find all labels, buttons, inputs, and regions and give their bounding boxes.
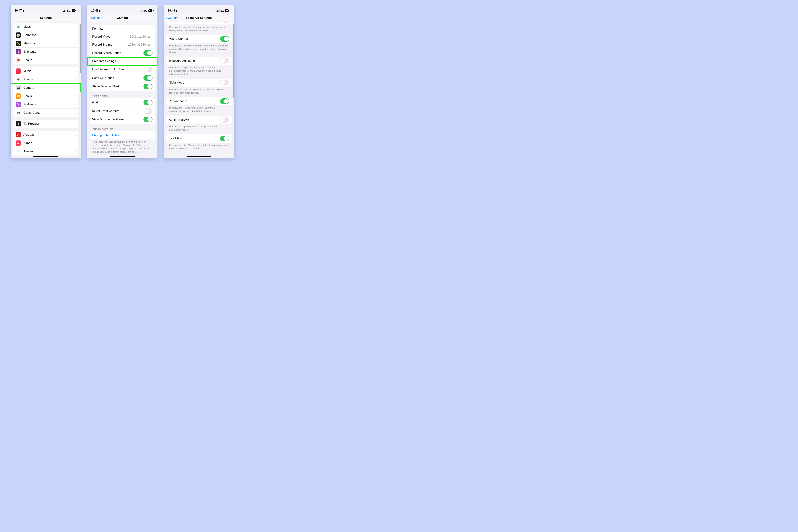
chevron-right-icon: › bbox=[75, 25, 76, 28]
row-label: Compass bbox=[23, 33, 75, 37]
chevron-right-icon: › bbox=[75, 133, 76, 136]
settings-row-game-center[interactable]: 🎮Game Center› bbox=[13, 109, 78, 117]
settings-row-photos[interactable]: ❋Photos› bbox=[13, 75, 78, 84]
row-view-outside-the-frame[interactable]: View Outside the Frame bbox=[90, 115, 155, 124]
row-scan-qr-codes[interactable]: Scan QR Codes bbox=[90, 74, 155, 82]
toggle-mirror-front-camera[interactable] bbox=[144, 108, 152, 114]
row-label: Music bbox=[23, 69, 75, 73]
row-label: Exposure Adjustment bbox=[169, 59, 220, 63]
chevron-right-icon: › bbox=[75, 122, 76, 126]
simcard-icon: ▮ bbox=[22, 9, 24, 12]
chevron-left-icon: ‹ bbox=[166, 16, 167, 20]
settings-row-tv-provider[interactable]: STV Provider› bbox=[13, 120, 78, 128]
preserve-scroll[interactable]: Preserve the last used filter, aspect ra… bbox=[164, 22, 234, 158]
clock: 10:48 bbox=[168, 9, 175, 12]
row-label: Game Center bbox=[23, 111, 75, 115]
settings-row-shortcuts[interactable]: SShortcuts› bbox=[13, 48, 78, 56]
settings-scroll[interactable]: 🗺️Maps›🧭Compass›📏Measure›SShortcuts›❤️He… bbox=[11, 22, 81, 158]
settings-row-acrobat[interactable]: AAcrobat› bbox=[13, 131, 78, 139]
settings-row-music[interactable]: 🎵Music› bbox=[13, 67, 78, 75]
signal-icon bbox=[140, 10, 143, 12]
row-preserve-settings[interactable]: Preserve Settings› bbox=[90, 57, 155, 65]
toggle-portrait-zoom[interactable] bbox=[220, 98, 229, 104]
camera-scroll[interactable]: Formats›Record Video1080p at 60 fps›Reco… bbox=[87, 22, 157, 158]
toggle-use-volume-up-for-burst[interactable] bbox=[144, 67, 152, 72]
row-grid[interactable]: Grid bbox=[90, 98, 155, 107]
toggle-macro-control[interactable] bbox=[220, 36, 229, 42]
row-label: Podcasts bbox=[23, 103, 75, 106]
footer-text: Preserve the last used filter, aspect ra… bbox=[169, 25, 229, 32]
phone-preserve: 10:48 ▮ 5G 87 ‹Camera Preserve Settings … bbox=[164, 5, 234, 158]
row-detail: 1080p at 60 fps bbox=[130, 35, 151, 38]
settings-row-health[interactable]: ❤️Health› bbox=[13, 56, 78, 64]
back-button[interactable]: ‹Camera bbox=[166, 16, 178, 20]
home-indicator[interactable] bbox=[110, 156, 135, 157]
chevron-right-icon: › bbox=[75, 34, 76, 37]
toggle-night-mode[interactable] bbox=[220, 80, 229, 86]
footer-text: Preserve the Portrait mode zoom rather t… bbox=[169, 107, 229, 113]
toggle-scan-qr-codes[interactable] bbox=[144, 75, 152, 81]
row-live-photo[interactable]: Live Photo bbox=[166, 134, 232, 142]
settings-row-compass[interactable]: 🧭Compass› bbox=[13, 31, 78, 39]
chevron-right-icon: › bbox=[75, 103, 76, 106]
battery-icon: 87 bbox=[72, 9, 76, 12]
health-icon: ❤️ bbox=[16, 57, 21, 63]
toggle-grid[interactable] bbox=[144, 100, 152, 105]
settings-row-camera[interactable]: 📷Camera› bbox=[13, 84, 78, 92]
section-header-composition: Composition bbox=[93, 95, 152, 97]
camera-icon: 📷 bbox=[16, 85, 21, 91]
row-label: Record Stereo Sound bbox=[92, 51, 144, 55]
settings-row-airbnb[interactable]: ◈Airbnb› bbox=[13, 139, 78, 147]
settings-row-maps[interactable]: 🗺️Maps› bbox=[13, 23, 78, 31]
toggle-partial[interactable] bbox=[220, 22, 229, 23]
network: 5G bbox=[144, 9, 147, 12]
row-detail: 1080p at 240 fps bbox=[128, 43, 151, 46]
row-night-mode[interactable]: Night Mode bbox=[166, 79, 232, 87]
network: 5G bbox=[67, 9, 71, 12]
row-label: Record Slo-mo bbox=[92, 43, 128, 46]
settings-row-amazon[interactable]: aAmazon› bbox=[13, 147, 78, 155]
home-indicator[interactable] bbox=[33, 156, 58, 157]
toggle-view-outside-the-frame[interactable] bbox=[144, 117, 152, 122]
toggle-show-detected-text[interactable] bbox=[144, 84, 152, 89]
toggle-live-photo[interactable] bbox=[220, 136, 229, 141]
home-indicator[interactable] bbox=[187, 156, 211, 157]
row-label: View Outside the Frame bbox=[92, 118, 144, 121]
settings-row-measure[interactable]: 📏Measure› bbox=[13, 39, 78, 48]
row-label: Acrobat bbox=[23, 133, 75, 136]
navbar: ‹Camera Preserve Settings bbox=[164, 14, 234, 22]
settings-row-podcasts[interactable]: ⦿Podcasts› bbox=[13, 100, 78, 109]
chevron-right-icon: › bbox=[75, 87, 76, 89]
row-photographic-styles[interactable]: Photographic Styles bbox=[90, 131, 155, 139]
settings-row-books[interactable]: 📖Books› bbox=[13, 92, 78, 100]
footer-text: Preserve the Auto Macro setting rather t… bbox=[169, 44, 229, 54]
row-macro-control[interactable]: Macro Control bbox=[166, 35, 232, 43]
row-formats[interactable]: Formats› bbox=[90, 25, 155, 33]
row-record-slo-mo[interactable]: Record Slo-mo1080p at 240 fps› bbox=[90, 41, 155, 49]
row-record-stereo-sound[interactable]: Record Stereo Sound bbox=[90, 49, 155, 57]
row-use-volume-up-for-burst[interactable]: Use Volume Up for Burst bbox=[90, 65, 155, 74]
link-label: Photographic Styles bbox=[92, 134, 152, 137]
row-apple-proraw[interactable]: Apple ProRAW bbox=[166, 116, 232, 124]
network: 5G bbox=[221, 9, 224, 12]
row-mirror-front-camera[interactable]: Mirror Front Camera bbox=[90, 107, 155, 115]
signal-icon bbox=[63, 10, 66, 12]
chevron-right-icon: › bbox=[152, 43, 152, 46]
back-button[interactable]: ‹Settings bbox=[89, 16, 102, 20]
chevron-right-icon: › bbox=[75, 42, 76, 45]
row-exposure-adjustment[interactable]: Exposure Adjustment bbox=[166, 57, 232, 65]
toggle-record-stereo-sound[interactable] bbox=[144, 50, 152, 56]
row-show-detected-text[interactable]: Show Detected Text bbox=[90, 82, 155, 91]
status-bar: 10:47 ▮ 5G 87 bbox=[11, 5, 81, 14]
row-label: Portrait Zoom bbox=[169, 99, 220, 103]
row-portrait-zoom[interactable]: Portrait Zoom bbox=[166, 97, 232, 105]
battery-icon: 87 bbox=[148, 9, 152, 12]
row-record-video[interactable]: Record Video1080p at 60 fps› bbox=[90, 33, 155, 41]
toggle-apple-proraw[interactable] bbox=[220, 117, 229, 122]
simcard-icon: ▮ bbox=[176, 9, 177, 12]
chevron-right-icon: › bbox=[75, 59, 76, 62]
row-label: Grid bbox=[92, 101, 144, 104]
toggle-exposure-adjustment[interactable] bbox=[220, 58, 229, 63]
chevron-left-icon: ‹ bbox=[89, 16, 91, 20]
row-label: Show Detected Text bbox=[92, 85, 144, 88]
